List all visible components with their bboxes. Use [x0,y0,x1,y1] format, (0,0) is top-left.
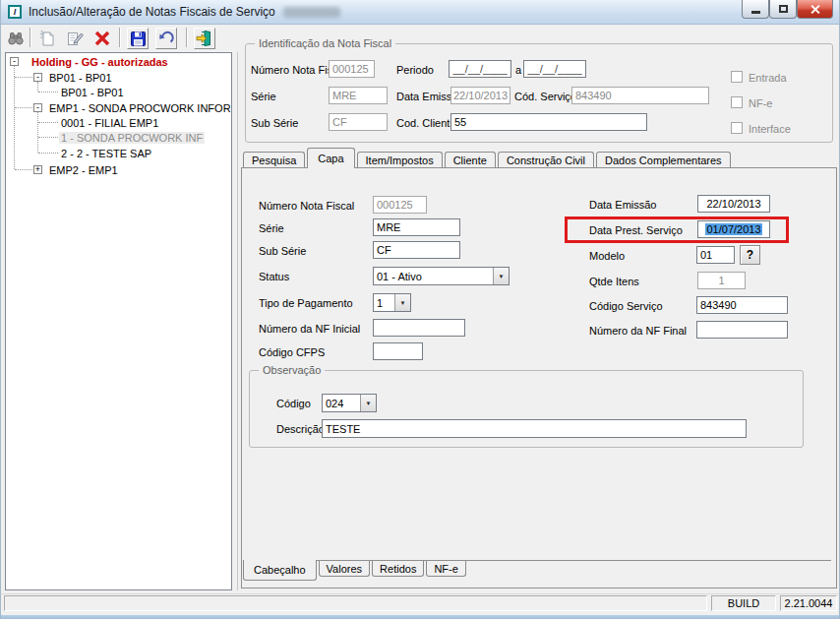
chevron-down-icon[interactable]: ▼ [493,268,509,284]
data-prest-servico-field[interactable]: 01/07/2013 [697,220,770,238]
edit-record-button[interactable] [64,28,86,49]
tree-item-emp1[interactable]: EMP1 - SONDA PROCWORK INFOR [47,100,233,115]
periodo-a-label: a [515,64,521,76]
nfe-checkbox-label: NF-e [749,97,772,109]
capa-codigo-servico-field[interactable]: 843490 [696,296,788,314]
capa-numero-field[interactable]: 000125 [373,196,427,214]
find-button[interactable] [5,28,27,49]
observacao-group-title: Observação [259,364,325,376]
tab-valores[interactable]: Valores [319,561,370,577]
nfe-checkbox[interactable] [731,96,743,108]
sub-serie-field[interactable]: CF [329,113,388,131]
serie-label: Série [251,91,276,102]
chevron-down-icon[interactable]: ▼ [360,395,376,411]
numero-nota-fiscal-field[interactable]: 000125 [329,60,375,78]
tab-cliente[interactable]: Cliente [445,152,496,168]
tab-item-impostos[interactable]: Item/Impostos [357,152,443,168]
close-button[interactable] [797,0,833,19]
capa-data-emissao-label: Data Emissão [589,199,656,211]
capa-codigo-servico-label: Código Serviço [589,300,663,312]
cod-cliente-field[interactable]: 55 [450,113,647,131]
capa-sub-serie-field[interactable]: CF [373,241,460,259]
tree-item-emp2[interactable]: EMP2 - EMP1 [47,162,120,177]
status-dropdown[interactable]: 01 - Ativo ▼ [373,267,510,285]
tipo-pagamento-label: Tipo de Pagamento [259,297,353,309]
interface-checkbox[interactable] [731,122,743,134]
identificacao-group-title: Identificação da Nota Fiscal [255,37,395,49]
tree-item-sonda-selected[interactable]: 1 - SONDA PROCWORK INF [59,130,205,145]
tree-expander[interactable]: - [10,57,19,66]
tree-connector [15,77,32,78]
nf-inicial-field[interactable] [373,319,465,337]
sub-serie-label: Sub Série [251,117,298,129]
main-tabstrip: Pesquisa Capa Item/Impostos Cliente Cons… [243,148,733,168]
status-label: Status [259,271,289,282]
tab-construcao-civil[interactable]: Construção Civil [498,152,594,168]
tree-connector [15,169,32,170]
tab-dados-complementares[interactable]: Dados Complementares [596,152,731,168]
tree-expander[interactable]: - [33,73,42,82]
status-bar: BUILD 2.21.0044 [1,593,840,612]
exit-button[interactable] [194,28,215,49]
minimize-icon [751,11,760,14]
tab-cabecalho[interactable]: Cabeçalho [243,560,317,581]
tree-connector [38,122,58,123]
data-emissao-field[interactable]: 22/10/2013 [450,87,510,104]
observacao-codigo-dropdown[interactable]: 024 ▼ [322,394,377,412]
periodo-from-field[interactable]: __/__/____ [449,60,511,78]
close-icon [810,4,820,15]
tree-connector [37,82,38,92]
delete-record-button[interactable] [91,28,113,49]
save-button[interactable] [127,28,149,49]
modelo-help-button[interactable]: ? [740,245,760,265]
qtde-itens-label: Qtde Itens [589,276,639,287]
chevron-down-icon[interactable]: ▼ [394,294,410,311]
tab-nfe[interactable]: NF-e [426,561,465,577]
tab-pesquisa[interactable]: Pesquisa [243,152,305,168]
undo-button[interactable] [155,28,177,49]
tree-item-holding[interactable]: Holding - GG - autorizadas [30,54,170,69]
observacao-descricao-field[interactable]: TESTE [322,419,747,438]
tree-item-label: 1 - SONDA PROCWORK INF [59,132,205,144]
tree-item-label: EMP2 - EMP1 [47,164,120,176]
app-icon: I [8,5,22,19]
modelo-field[interactable]: 01 [696,246,735,264]
application-window: I Inclusão/Alteração de Notas Fiscais de… [0,0,840,619]
new-record-button[interactable] [36,28,58,49]
cod-servico-field[interactable]: 843490 [571,87,709,104]
panel-divider [237,52,238,590]
observacao-descricao-label: Descrição [276,423,325,435]
tab-retidos[interactable]: Retidos [372,561,424,577]
periodo-to-field[interactable]: __/__/____ [523,60,586,78]
tree-item-label: 0001 - FILIAL EMP1 [59,117,160,129]
tree-connector [37,112,38,153]
tree-connector [14,66,15,169]
cfps-field[interactable] [373,342,423,360]
tipo-pagamento-dropdown[interactable]: 1 ▼ [373,293,411,312]
tree-item-teste-sap[interactable]: 2 - 2 - TESTE SAP [59,146,153,160]
capa-numero-label: Número Nota Fiscal [259,200,354,212]
entrada-checkbox[interactable] [731,71,743,83]
tree-item-bp01-child[interactable]: BP01 - BP01 [59,85,126,99]
nf-final-field[interactable] [696,321,788,339]
tree-expander[interactable]: + [33,165,42,174]
tree-item-filial-emp1[interactable]: 0001 - FILIAL EMP1 [59,115,160,130]
nf-inicial-label: Número da NF Inicial [259,323,360,335]
tab-capa[interactable]: Capa [307,148,354,168]
serie-field[interactable]: MRE [329,87,388,104]
capa-data-emissao-field[interactable]: 22/10/2013 [697,195,770,213]
capa-serie-field[interactable]: MRE [373,218,460,236]
undo-arrow-icon [157,30,175,47]
edit-document-icon [66,30,84,47]
status-build-panel: BUILD [711,595,776,611]
maximize-button[interactable] [769,0,797,19]
bottom-tabstrip: Cabeçalho Valores Retidos NF-e [243,560,468,582]
tree-expander[interactable]: - [33,103,42,112]
tree-item-bp01[interactable]: BP01 - BP01 [47,70,114,85]
tree-item-label: Holding - GG - autorizadas [30,56,170,68]
qtde-itens-field[interactable]: 1 [697,272,746,289]
cod-servico-label: Cód. Serviço [514,91,576,102]
minimize-button[interactable] [742,0,769,19]
delete-x-icon [93,30,111,47]
exit-door-icon [196,30,213,47]
